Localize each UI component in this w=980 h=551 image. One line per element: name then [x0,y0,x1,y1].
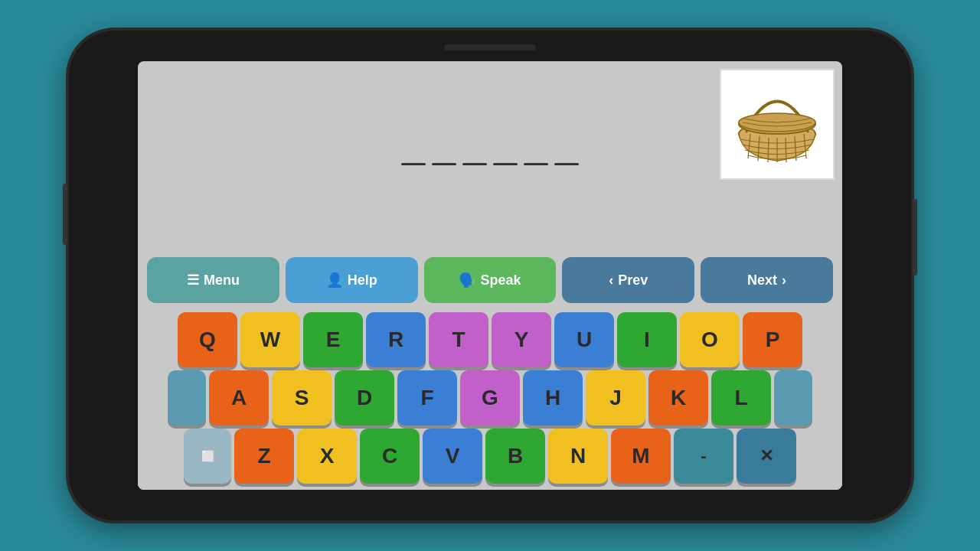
key-h[interactable]: H [523,370,583,425]
key-k[interactable]: K [648,370,708,425]
key-i[interactable]: I [617,312,677,367]
blank-6 [554,163,579,165]
phone-frame: ☰ Menu 👤 Help 🗣️ Speak ‹ Prev Next › [69,31,911,520]
blank-4 [493,163,518,165]
control-row: ☰ Menu 👤 Help 🗣️ Speak ‹ Prev Next › [138,251,842,309]
image-container [720,69,835,180]
key-u[interactable]: U [554,312,614,367]
key-y[interactable]: Y [492,312,551,367]
menu-button[interactable]: ☰ Menu [147,257,279,303]
keyboard-row-2: A S D F G H J K L [144,370,836,425]
key-dash[interactable]: - [674,429,733,484]
prev-button[interactable]: ‹ Prev [562,257,694,303]
prev-chevron-icon: ‹ [609,272,613,289]
speak-label: Speak [480,272,521,289]
key-r[interactable]: R [366,312,426,367]
key-e[interactable]: E [303,312,363,367]
word-blanks [401,163,579,165]
blank-1 [401,163,426,165]
menu-icon: ☰ [187,272,199,289]
basket-image [727,77,827,172]
menu-label: Menu [204,272,240,289]
next-chevron-icon: › [782,272,786,289]
key-a[interactable]: A [209,370,269,425]
key-z[interactable]: Z [234,429,294,484]
key-q[interactable]: Q [178,312,237,367]
help-button[interactable]: 👤 Help [286,257,418,303]
caps-key[interactable]: ⬜ [184,429,231,484]
blank-5 [524,163,548,165]
speak-icon: 🗣️ [459,272,475,289]
key-f[interactable]: F [397,370,457,425]
key-n[interactable]: N [548,429,608,484]
key-g[interactable]: G [460,370,520,425]
key-d[interactable]: D [335,370,394,425]
key-spacer-left [168,370,206,425]
blank-2 [432,163,456,165]
key-j[interactable]: J [586,370,645,425]
next-label: Next [747,272,777,289]
answer-area [138,61,842,251]
help-icon: 👤 [326,272,343,289]
keyboard-row-1: Q W E R T Y U I O P [144,312,836,367]
prev-label: Prev [618,272,648,289]
key-c[interactable]: C [360,429,420,484]
help-label: Help [348,272,377,289]
next-button[interactable]: Next › [701,257,833,303]
key-t[interactable]: T [429,312,488,367]
key-spacer-right [774,370,812,425]
blank-3 [462,163,487,165]
key-l[interactable]: L [711,370,771,425]
key-p[interactable]: P [743,312,802,367]
key-b[interactable]: B [485,429,545,484]
key-m[interactable]: M [611,429,671,484]
phone-screen: ☰ Menu 👤 Help 🗣️ Speak ‹ Prev Next › [138,61,842,490]
phone-notch [444,44,536,51]
key-x[interactable]: X [297,429,357,484]
key-w[interactable]: W [240,312,300,367]
speak-button[interactable]: 🗣️ Speak [424,257,557,303]
keyboard-row-3: ⬜ Z X C V B N M - ✕ [144,429,836,484]
key-o[interactable]: O [680,312,740,367]
key-s[interactable]: S [272,370,332,425]
backspace-key[interactable]: ✕ [737,429,796,484]
key-v[interactable]: V [423,429,482,484]
keyboard: Q W E R T Y U I O P A S D F G H J [138,309,842,490]
